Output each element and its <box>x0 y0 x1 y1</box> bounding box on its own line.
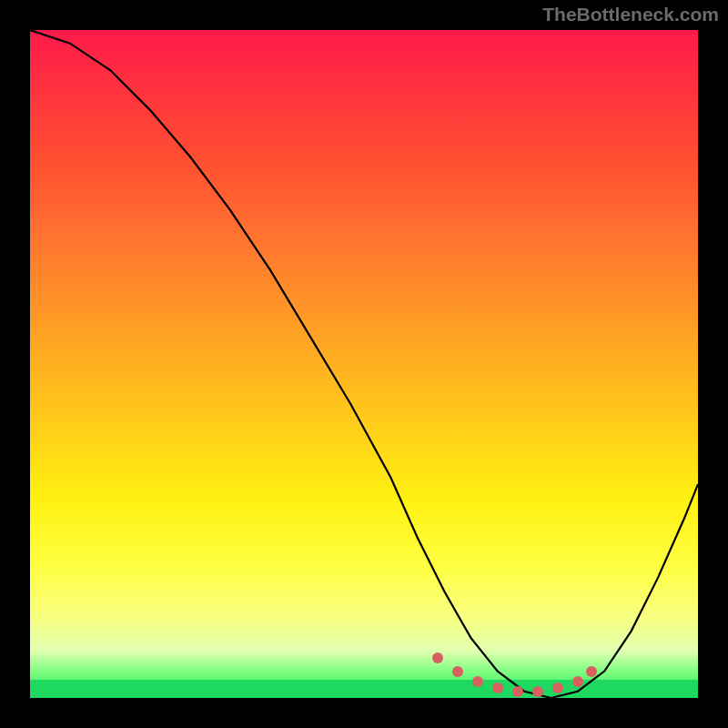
highlight-dot <box>552 682 563 693</box>
highlight-dot <box>432 652 443 663</box>
highlight-dot <box>512 686 523 697</box>
chart-curve <box>30 30 698 698</box>
watermark-text: TheBottleneck.com <box>542 4 719 25</box>
plot-area <box>30 30 698 698</box>
highlight-dot <box>472 676 483 687</box>
highlight-dot <box>572 676 583 687</box>
highlight-dot <box>532 686 543 697</box>
highlight-dot <box>492 682 503 693</box>
highlight-dot <box>586 666 597 677</box>
highlight-dot <box>452 666 463 677</box>
